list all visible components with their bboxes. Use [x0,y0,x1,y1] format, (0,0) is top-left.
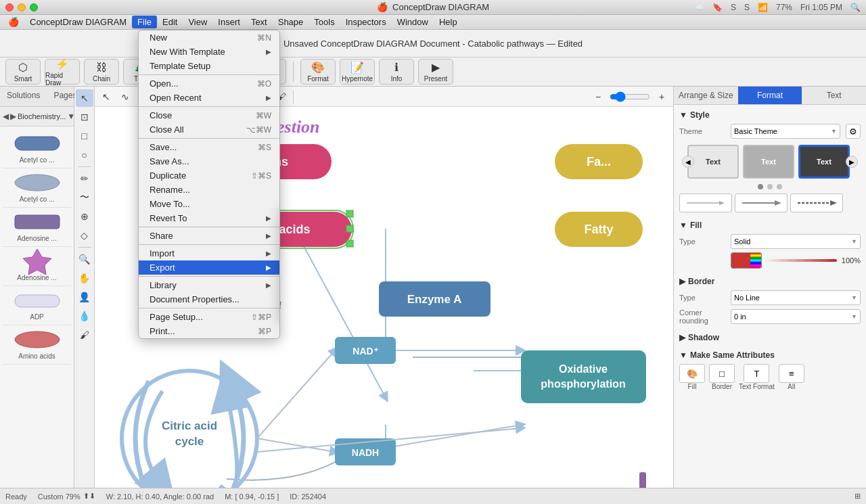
save-shortcut: ⌘S [258,143,271,152]
library-label: Library [150,280,177,290]
print-shortcut: ⌘P [258,327,271,336]
new-shortcut: ⌘N [257,33,271,43]
menu-shape[interactable]: Shape [273,16,309,28]
close-shortcut: ⌘W [256,111,271,120]
duplicate-shortcut: ⇧⌘S [251,171,271,181]
menu-close[interactable]: Close ⌘W [139,108,279,122]
save-label: Save... [150,142,177,152]
menu-revert-to[interactable]: Revert To ▶ [139,211,279,225]
titlebar: 🍎 ConceptDraw DIAGRAM ☁️ 🔖 S S 📶 77% Fri… [0,0,866,15]
menu-overlay[interactable]: New ⌘N New With Template ▶ Template Setu… [0,30,866,504]
menu-apple[interactable]: 🍎 [3,16,24,28]
open-shortcut: ⌘O [257,79,271,89]
menu-open[interactable]: Open... ⌘O [139,76,279,91]
menu-view[interactable]: View [183,16,212,28]
bookmark-icon: 🔖 [712,3,723,12]
rename-label: Rename... [150,185,190,195]
save-as-label: Save As... [150,156,189,166]
menu-new-template[interactable]: New With Template ▶ [139,45,279,59]
sep-2 [139,106,279,107]
template-setup-label: Template Setup [150,61,210,71]
close-label: Close [150,110,172,120]
page-setup-shortcut: ⇧⌘P [251,313,271,322]
export-label: Export [150,262,175,273]
cloud-icon: ☁️ [694,3,704,12]
close-all-label: Close All [150,124,184,135]
menu-print[interactable]: Print... ⌘P [139,324,279,338]
app-title: 🍎 ConceptDraw DIAGRAM [377,2,489,12]
menu-library[interactable]: Library ▶ [139,278,279,292]
search-icon[interactable]: 🔍 [850,3,861,12]
menu-insert[interactable]: Insert [212,16,246,28]
close-all-shortcut: ⌥⌘W [246,125,271,135]
battery-indicator: 77% [776,3,792,12]
new-template-arrow: ▶ [266,48,271,55]
menu-duplicate[interactable]: Duplicate ⇧⌘S [139,168,279,183]
move-to-label: Move To... [150,199,190,209]
menu-inspectors[interactable]: Inspectors [340,16,392,28]
skype-icon: S [744,3,750,12]
revert-to-arrow: ▶ [266,214,271,222]
menu-edit[interactable]: Edit [157,16,183,28]
sep-5 [139,244,279,245]
new-template-label: New With Template [150,47,225,57]
revert-to-label: Revert To [150,213,187,223]
print-label: Print... [150,326,175,336]
menu-file[interactable]: File [132,16,157,28]
menubar: 🍎 ConceptDraw DIAGRAM File Edit View Ins… [0,15,866,30]
share-arrow: ▶ [266,232,271,239]
sep-1 [139,74,279,75]
menu-text[interactable]: Text [246,16,273,28]
menu-help[interactable]: Help [434,16,463,28]
sep-4 [139,227,279,227]
doc-props-label: Document Properties... [150,294,240,304]
sep-6 [139,276,279,277]
import-arrow: ▶ [266,250,271,257]
menu-import[interactable]: Import ▶ [139,246,279,260]
menu-app[interactable]: ConceptDraw DIAGRAM [24,16,132,28]
menu-new[interactable]: New ⌘N [139,30,279,45]
file-menu: New ⌘N New With Template ▶ Template Setu… [138,30,280,339]
menu-save[interactable]: Save... ⌘S [139,140,279,154]
s-icon: S [731,3,736,12]
duplicate-label: Duplicate [150,170,186,181]
menu-save-as[interactable]: Save As... [139,154,279,168]
menu-tools[interactable]: Tools [309,16,340,28]
titlebar-right: ☁️ 🔖 S S 📶 77% Fri 1:05 PM 🔍 [694,3,861,12]
menu-open-recent[interactable]: Open Recent ▶ [139,91,279,105]
menu-page-setup[interactable]: Page Setup... ⇧⌘P [139,310,279,324]
share-label: Share [150,231,173,241]
apple-icon: 🍎 [377,2,388,12]
import-label: Import [150,248,175,258]
library-arrow: ▶ [266,281,271,289]
time-display: Fri 1:05 PM [800,3,842,12]
menu-window[interactable]: Window [392,16,434,28]
sep-3 [139,138,279,139]
menu-template-setup[interactable]: Template Setup [139,59,279,73]
menu-share[interactable]: Share ▶ [139,229,279,243]
menu-rename[interactable]: Rename... [139,183,279,197]
wifi-icon: 📶 [758,3,768,12]
maximize-button[interactable] [30,3,38,12]
open-recent-arrow: ▶ [266,94,271,101]
menu-doc-props[interactable]: Document Properties... [139,292,279,306]
page-setup-label: Page Setup... [150,312,203,322]
open-recent-label: Open Recent [150,93,202,103]
sep-7 [139,308,279,308]
minimize-button[interactable] [18,3,26,12]
open-label: Open... [150,78,179,89]
menu-move-to[interactable]: Move To... [139,197,279,211]
new-label: New [150,32,167,43]
menu-close-all[interactable]: Close All ⌥⌘W [139,122,279,137]
window-controls[interactable] [5,3,38,12]
close-button[interactable] [5,3,14,12]
export-arrow: ▶ [266,264,271,271]
menu-export[interactable]: Export ▶ [139,260,279,275]
